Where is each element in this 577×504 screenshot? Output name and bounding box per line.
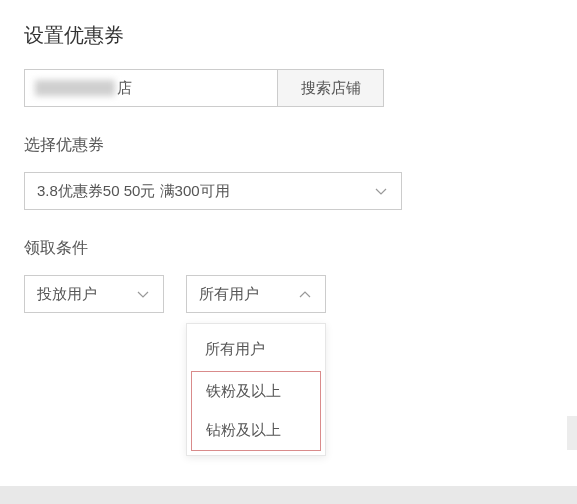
blurred-value [35,80,115,96]
condition-section-label: 领取条件 [24,238,553,259]
dropdown-option-iron[interactable]: 铁粉及以上 [192,372,320,411]
user-scope-text: 所有用户 [199,285,259,304]
dropdown-highlight-box: 铁粉及以上 钻粉及以上 [191,371,321,451]
condition-row: 投放用户 所有用户 所有用户 铁粉及以上 钻粉及以上 [24,275,553,313]
target-user-text: 投放用户 [37,285,97,304]
page-title: 设置优惠券 [24,22,553,49]
coupon-select-text: 3.8优惠券50 50元 满300可用 [37,182,230,201]
chevron-down-icon [373,183,389,199]
target-user-select[interactable]: 投放用户 [24,275,164,313]
chevron-up-icon [297,286,313,302]
shop-search-input[interactable]: 店 [24,69,278,107]
user-scope-select[interactable]: 所有用户 [186,275,326,313]
coupon-select[interactable]: 3.8优惠券50 50元 满300可用 [24,172,402,210]
dropdown-option-all[interactable]: 所有用户 [187,328,325,371]
chevron-down-icon [135,286,151,302]
side-mark [567,416,577,450]
search-row: 店 搜索店铺 [24,69,553,107]
footer-bar [0,486,577,504]
dropdown-option-diamond[interactable]: 钻粉及以上 [192,411,320,450]
user-scope-dropdown: 所有用户 铁粉及以上 钻粉及以上 [186,323,326,456]
coupon-section-label: 选择优惠券 [24,135,553,156]
shop-suffix: 店 [117,79,132,98]
search-shop-button[interactable]: 搜索店铺 [278,69,384,107]
